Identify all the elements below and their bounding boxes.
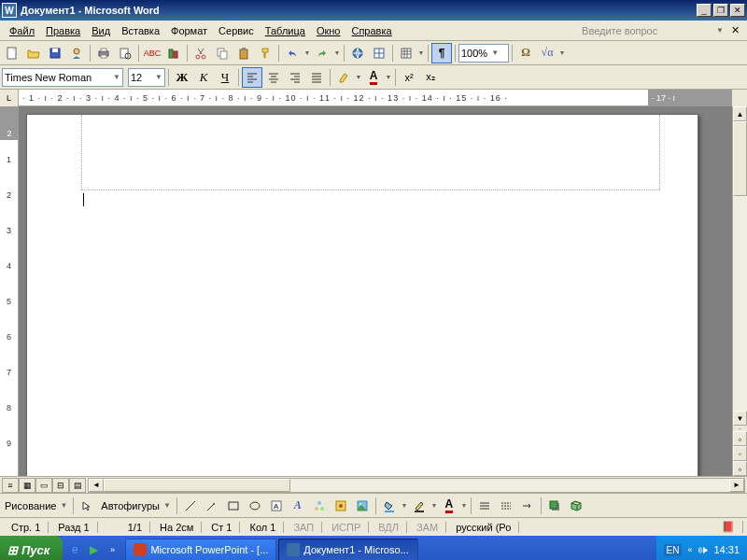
- insert-table-button[interactable]: [396, 43, 416, 63]
- redo-button[interactable]: [312, 43, 332, 63]
- font-color-button[interactable]: A: [363, 67, 384, 88]
- shadow-button[interactable]: [544, 496, 565, 516]
- taskbar-item-word[interactable]: Документ1 - Microso...: [278, 539, 418, 560]
- menu-tools[interactable]: Сервис: [213, 23, 260, 38]
- status-book-icon[interactable]: 📕: [714, 521, 743, 533]
- ie-icon[interactable]: e: [66, 541, 83, 558]
- textbox-button[interactable]: A: [266, 496, 287, 516]
- dash-style-button[interactable]: [496, 496, 516, 516]
- scroll-down-button[interactable]: ▼: [733, 411, 747, 426]
- outline-view-button[interactable]: ⊟: [52, 478, 69, 493]
- highlight-button[interactable]: [333, 67, 354, 88]
- menu-edit[interactable]: Правка: [40, 23, 86, 38]
- language-indicator[interactable]: EN: [664, 544, 683, 556]
- align-right-button[interactable]: [285, 67, 305, 88]
- align-left-button[interactable]: [242, 67, 262, 88]
- print-button[interactable]: [93, 43, 114, 63]
- tab-selector[interactable]: L: [0, 90, 19, 106]
- print-view-button[interactable]: ▭: [35, 478, 52, 493]
- format-painter-button[interactable]: [255, 43, 275, 63]
- fontcolor-dropdown-icon[interactable]: ▼: [385, 67, 392, 88]
- document-area[interactable]: [19, 106, 732, 476]
- tray-chevron-icon[interactable]: «: [687, 545, 692, 554]
- horizontal-ruler[interactable]: L · 1 · ı · 2 · ı · 3 · ı · 4 · ı · 5 · …: [0, 90, 732, 106]
- status-trk[interactable]: ИСПР: [324, 522, 369, 533]
- menu-help[interactable]: Справка: [345, 23, 397, 38]
- arrow-button[interactable]: [202, 496, 222, 516]
- clock[interactable]: 14:31: [713, 544, 740, 555]
- cut-button[interactable]: [190, 43, 211, 63]
- align-justify-button[interactable]: [306, 67, 327, 88]
- normal-view-button[interactable]: ≡: [2, 478, 19, 493]
- rectangle-button[interactable]: [223, 496, 244, 516]
- line-style-button[interactable]: [474, 496, 495, 516]
- bold-button[interactable]: Ж: [172, 67, 192, 88]
- scroll-thumb[interactable]: [733, 121, 747, 196]
- table-dropdown-icon[interactable]: ▼: [417, 43, 425, 63]
- line-color-button[interactable]: [409, 496, 430, 516]
- tray-volume-icon[interactable]: 🕪: [698, 544, 708, 555]
- font-combo[interactable]: Times New Roman▼: [2, 68, 123, 87]
- status-ovr[interactable]: ЗАМ: [409, 522, 446, 533]
- equation-button[interactable]: √α: [537, 43, 557, 63]
- scroll-right-button[interactable]: ►: [729, 479, 744, 492]
- system-tray[interactable]: EN « 🕪 14:31: [656, 536, 747, 560]
- spellcheck-button[interactable]: ABC: [142, 43, 162, 63]
- autoshapes-menu[interactable]: Автофигуры▼: [98, 497, 174, 515]
- highlight-dropdown-icon[interactable]: ▼: [355, 67, 362, 88]
- symbol-button[interactable]: Ω: [515, 43, 536, 63]
- vertical-scrollbar[interactable]: ▲ ▼ ─ ⬦ ◦ ⬦: [732, 106, 747, 476]
- vertical-ruler[interactable]: 2 1 2 3 4 5 6 7 8 9: [0, 106, 19, 476]
- scroll-up-button[interactable]: ▲: [733, 106, 747, 121]
- horizontal-scrollbar[interactable]: ◄ ►: [88, 478, 745, 493]
- question-dropdown-icon[interactable]: ▼: [712, 26, 727, 35]
- prev-page-button[interactable]: ⬦: [733, 431, 747, 446]
- redo-dropdown-icon[interactable]: ▼: [333, 43, 341, 63]
- status-lang[interactable]: русский (Ро: [448, 522, 519, 533]
- status-ext[interactable]: ВДЛ: [371, 522, 407, 533]
- minimize-button[interactable]: _: [697, 4, 712, 17]
- menu-insert[interactable]: Вставка: [116, 23, 165, 38]
- chevron-icon[interactable]: »: [104, 541, 120, 558]
- underline-button[interactable]: Ч: [215, 67, 235, 88]
- italic-button[interactable]: К: [193, 67, 214, 88]
- eq-dropdown-icon[interactable]: ▼: [558, 43, 566, 63]
- menu-window[interactable]: Окно: [311, 23, 346, 38]
- next-page-button[interactable]: ⬦: [733, 461, 747, 476]
- font-color-draw-button[interactable]: A: [439, 496, 459, 516]
- undo-dropdown-icon[interactable]: ▼: [303, 43, 311, 63]
- wordart-button[interactable]: A: [288, 496, 308, 516]
- open-button[interactable]: [23, 43, 44, 63]
- fontcolor-draw-dropdown-icon[interactable]: ▼: [460, 496, 468, 516]
- web-view-button[interactable]: ▦: [19, 478, 35, 493]
- hyperlink-button[interactable]: [347, 43, 368, 63]
- menu-view[interactable]: Вид: [86, 23, 116, 38]
- superscript-button[interactable]: x²: [399, 67, 419, 88]
- start-button[interactable]: ⊞Пуск: [0, 536, 63, 560]
- browse-object-button[interactable]: ◦: [733, 446, 747, 461]
- help-question-input[interactable]: Введите вопрос: [582, 25, 712, 36]
- arrow-style-button[interactable]: [517, 496, 538, 516]
- reading-view-button[interactable]: ▤: [69, 478, 86, 493]
- permission-button[interactable]: [66, 43, 87, 63]
- new-doc-button[interactable]: [2, 43, 22, 63]
- fontsize-combo[interactable]: 12▼: [128, 68, 165, 87]
- hscroll-thumb[interactable]: [104, 479, 290, 492]
- print-preview-button[interactable]: [115, 43, 135, 63]
- clipart-button[interactable]: [331, 496, 351, 516]
- subscript-button[interactable]: x₂: [420, 67, 441, 88]
- close-button[interactable]: ✕: [730, 4, 745, 17]
- 3d-button[interactable]: [566, 496, 586, 516]
- line-button[interactable]: [180, 496, 201, 516]
- copy-button[interactable]: [212, 43, 233, 63]
- fill-dropdown-icon[interactable]: ▼: [401, 496, 408, 516]
- zoom-combo[interactable]: 100%▼: [458, 44, 509, 63]
- menu-format[interactable]: Формат: [165, 23, 213, 38]
- scroll-left-button[interactable]: ◄: [89, 479, 104, 492]
- save-button[interactable]: [45, 43, 65, 63]
- doc-close-button[interactable]: ✕: [727, 24, 743, 36]
- oval-button[interactable]: [245, 496, 265, 516]
- page[interactable]: [26, 114, 698, 476]
- status-rec[interactable]: ЗАП: [286, 522, 322, 533]
- restore-button[interactable]: ❐: [713, 4, 728, 17]
